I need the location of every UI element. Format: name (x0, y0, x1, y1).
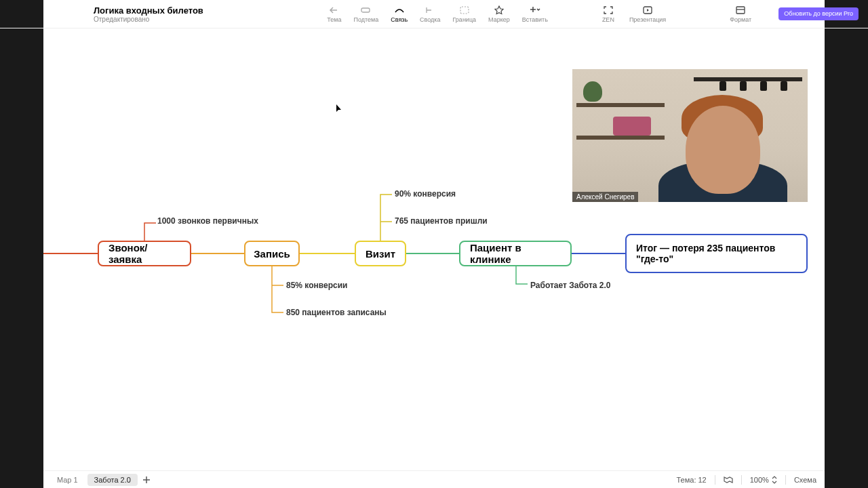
toolbar-right: ZEN Презентация Формат Обновить до верси… (602, 5, 859, 23)
note-90pct[interactable]: 90% конверсия (395, 189, 456, 199)
letterbox-left (0, 0, 43, 488)
svg-rect-0 (361, 8, 370, 12)
mouse-cursor (336, 104, 343, 114)
topic-count: Тема: 12 (676, 476, 706, 484)
tool-summary[interactable]: Сводка (420, 5, 440, 23)
tab-map1[interactable]: Map 1 (50, 474, 85, 486)
node-visit[interactable]: Визит (355, 241, 406, 266)
note-850patients[interactable]: 850 пациентов записаны (286, 308, 387, 317)
format-icon (735, 5, 746, 16)
link-icon (394, 5, 405, 16)
tool-subtopic[interactable]: Подтема (353, 5, 378, 23)
presenter-webcam[interactable]: Алексей Снегирев (572, 69, 808, 202)
status-bar-right: Тема: 12 100% Схема (676, 475, 825, 485)
document-status: Отредактировано (94, 16, 203, 23)
back-icon (329, 5, 340, 16)
bottom-bar: Map 1 Забота 2.0 Тема: 12 100% Схема (43, 470, 825, 488)
toolbar-center: Тема Подтема Связь Сводка Граница Маркер… (327, 5, 548, 23)
diagram-canvas[interactable]: Звонок/заявка Запись Визит Пациент в кли… (43, 28, 825, 470)
upgrade-button[interactable]: Обновить до версии Pro (778, 7, 859, 20)
zoom-stepper-icon (772, 476, 777, 484)
border-icon (459, 5, 470, 16)
tool-zen[interactable]: ZEN (602, 5, 614, 23)
sheet-tabs: Map 1 Забота 2.0 (43, 474, 153, 486)
tab-zabota[interactable]: Забота 2.0 (87, 474, 138, 486)
tool-insert[interactable]: Вставить (522, 5, 548, 23)
play-icon (642, 5, 653, 16)
tool-presentation[interactable]: Презентация (629, 5, 666, 23)
presenter-name: Алексей Снегирев (572, 192, 638, 202)
top-toolbar: Логика входных билетов Отредактировано Т… (0, 0, 868, 28)
plus-icon (530, 5, 540, 16)
svg-rect-1 (460, 7, 469, 14)
tool-marker[interactable]: Маркер (488, 5, 510, 23)
svg-rect-3 (736, 7, 745, 14)
tool-link[interactable]: Связь (391, 5, 408, 23)
map-mode-icon[interactable] (724, 476, 733, 484)
letterbox-right (825, 0, 868, 488)
note-calls[interactable]: 1000 звонков первичных (157, 216, 258, 226)
node-record[interactable]: Запись (244, 241, 300, 266)
note-zabota[interactable]: Работает Забота 2.0 (530, 281, 610, 290)
note-765patients[interactable]: 765 пациентов пришли (395, 216, 488, 226)
summary-icon (425, 5, 435, 16)
tool-format[interactable]: Формат (730, 5, 751, 23)
star-icon (494, 5, 505, 16)
tool-border[interactable]: Граница (453, 5, 477, 23)
zoom-level[interactable]: 100% (750, 476, 777, 484)
tool-theme[interactable]: Тема (327, 5, 341, 23)
add-tab-button[interactable] (140, 474, 153, 486)
node-call-request[interactable]: Звонок/заявка (98, 241, 191, 266)
scheme-button[interactable]: Схема (794, 476, 816, 484)
node-result[interactable]: Итог — потеря 235 пациентов "где-то" (625, 234, 808, 273)
document-title-block: Логика входных билетов Отредактировано (94, 5, 203, 23)
subtopic-icon (361, 5, 372, 16)
fullscreen-icon (603, 5, 614, 16)
document-title: Логика входных билетов (94, 5, 203, 16)
note-85pct[interactable]: 85% конверсии (286, 281, 347, 290)
node-patient-clinic[interactable]: Пациент в клинике (459, 241, 572, 266)
